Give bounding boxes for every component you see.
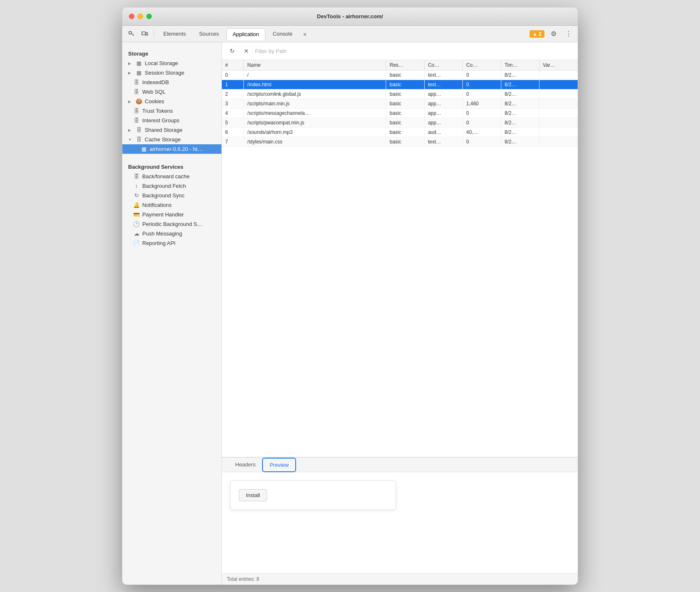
tabbar-right: ▲ 2 ⚙ ⋮	[530, 28, 574, 40]
expand-arrow-local-storage: ▶	[128, 61, 133, 66]
cell-value	[540, 99, 578, 109]
sidebar-item-local-storage[interactable]: ▶ ▦ Local Storage	[122, 58, 221, 68]
session-storage-label: Session Storage	[145, 70, 184, 76]
sidebar-item-back-forward[interactable]: 🗄 Back/forward cache	[122, 172, 221, 181]
settings-btn[interactable]: ⚙	[548, 28, 559, 40]
cell-value: 8/2…	[501, 137, 539, 147]
sidebar-item-bg-sync[interactable]: ↻ Background Sync	[122, 191, 221, 200]
more-options-btn[interactable]: ⋮	[563, 28, 574, 40]
notifications-icon: 🔔	[133, 202, 140, 208]
sidebar-item-trust-tokens[interactable]: 🗄 Trust Tokens	[122, 106, 221, 116]
table-row[interactable]: 0/basictext…08/2…	[222, 70, 578, 80]
sidebar-item-session-storage[interactable]: ▶ ▦ Session Storage	[122, 68, 221, 78]
install-button[interactable]: Install	[239, 489, 267, 501]
main-layout: Storage ▶ ▦ Local Storage ▶ ▦ Session St…	[122, 42, 578, 585]
cell-value: basic	[386, 118, 424, 128]
sidebar-item-bg-fetch[interactable]: ↕ Background Fetch	[122, 181, 221, 191]
cell-num: 2	[222, 90, 244, 99]
sidebar-item-payment-handler[interactable]: 💳 Payment Handler	[122, 210, 221, 219]
table-row[interactable]: 7/styles/main.cssbasictext…08/2…	[222, 137, 578, 147]
sidebar-item-websql[interactable]: 🗄 Web SQL	[122, 87, 221, 97]
preview-box: Install	[230, 480, 396, 510]
interest-groups-icon: 🗄	[133, 117, 140, 124]
expand-arrow-cache-storage: ▼	[128, 138, 133, 142]
sidebar-item-cookies[interactable]: ▶ 🍪 Cookies	[122, 97, 221, 106]
cell-name: /	[244, 70, 386, 80]
tab-sources[interactable]: Sources	[193, 28, 225, 39]
cell-value: basic	[386, 90, 424, 99]
cell-value: 8/2…	[501, 109, 539, 118]
table-row[interactable]: 3/scripts/main.min.jsbasicapp…1,4608/2…	[222, 99, 578, 109]
push-messaging-icon: ☁	[133, 230, 140, 237]
svg-rect-1	[142, 32, 146, 35]
refresh-btn[interactable]: ↻	[227, 46, 238, 56]
sidebar-item-airhorner-cache[interactable]: ▦ airhorner-0.6.20 - ht…	[122, 144, 221, 154]
close-button[interactable]	[129, 14, 134, 19]
tab-preview[interactable]: Preview	[262, 458, 296, 472]
devtools-window: DevTools - airhorner.com/ Elements Sourc…	[122, 7, 578, 585]
back-forward-label: Back/forward cache	[142, 173, 190, 180]
table-row[interactable]: 6/sounds/airhorn.mp3basicaud…40,…8/2…	[222, 128, 578, 137]
cell-value: 8/2…	[501, 99, 539, 109]
filter-input[interactable]	[255, 48, 573, 54]
minimize-button[interactable]	[138, 14, 143, 19]
cache-storage-icon: 🗄	[136, 136, 142, 143]
tab-application[interactable]: Application	[226, 28, 265, 40]
cell-num: 4	[222, 109, 244, 118]
table-body: 0/basictext…08/2…1/index.htmlbasictext…0…	[222, 70, 578, 147]
sidebar-item-interest-groups[interactable]: 🗄 Interest Groups	[122, 116, 221, 125]
tab-headers[interactable]: Headers	[228, 458, 262, 472]
sidebar-item-indexeddb[interactable]: 🗄 IndexedDB	[122, 78, 221, 87]
local-storage-icon: ▦	[136, 60, 142, 66]
shared-storage-label: Shared Storage	[145, 127, 182, 133]
sidebar-item-reporting-api[interactable]: 📄 Reporting API	[122, 238, 221, 248]
traffic-lights	[129, 14, 152, 19]
cell-value: 8/2…	[501, 118, 539, 128]
table-row[interactable]: 4/scripts/messagechannela…basicapp…08/2…	[222, 109, 578, 118]
bottom-panel: Headers Preview Install	[222, 457, 578, 573]
col-res: Res…	[386, 60, 424, 70]
reporting-api-label: Reporting API	[142, 240, 175, 246]
cell-name: /sounds/airhorn.mp3	[244, 128, 386, 137]
local-storage-label: Local Storage	[145, 60, 178, 66]
device-toggle-btn[interactable]	[139, 28, 151, 40]
table-row[interactable]: 1/index.htmlbasictext…08/2…	[222, 80, 578, 90]
warning-badge[interactable]: ▲ 2	[530, 30, 544, 38]
col-name: Name	[244, 60, 386, 70]
sidebar-item-cache-storage[interactable]: ▼ 🗄 Cache Storage	[122, 135, 221, 144]
sidebar-item-push-messaging[interactable]: ☁ Push Messaging	[122, 229, 221, 238]
cell-value: 8/2…	[501, 80, 539, 90]
periodic-bg-label: Periodic Background S…	[142, 221, 202, 227]
table-row[interactable]: 2/scripts/comlink.global.jsbasicapp…08/2…	[222, 90, 578, 99]
more-tabs-btn[interactable]: »	[300, 29, 310, 39]
cell-value: basic	[386, 137, 424, 147]
inspector-icon-btn[interactable]	[126, 28, 137, 40]
cell-value: text…	[424, 137, 462, 147]
session-storage-icon: ▦	[136, 70, 142, 76]
tab-console[interactable]: Console	[267, 28, 299, 39]
table-row[interactable]: 5/scripts/pwacompat.min.jsbasicapp…08/2…	[222, 118, 578, 128]
cell-name: /scripts/comlink.global.js	[244, 90, 386, 99]
cell-value: text…	[424, 80, 462, 90]
content-area: ↻ ✕ # Name Res… Co… Co…	[222, 42, 578, 585]
cell-value: app…	[424, 109, 462, 118]
maximize-button[interactable]	[146, 14, 152, 19]
panel-tabs: Headers Preview	[222, 458, 578, 472]
bg-sync-icon: ↻	[133, 192, 140, 199]
periodic-bg-icon: 🕐	[133, 221, 140, 227]
cell-value: 0	[463, 80, 501, 90]
sidebar-item-shared-storage[interactable]: ▶ 🗄 Shared Storage	[122, 125, 221, 135]
cell-num: 3	[222, 99, 244, 109]
sidebar-item-periodic-bg[interactable]: 🕐 Periodic Background S…	[122, 219, 221, 229]
bg-services-label: Background Services	[122, 160, 221, 172]
trust-tokens-icon: 🗄	[133, 108, 140, 114]
sidebar-item-notifications[interactable]: 🔔 Notifications	[122, 200, 221, 210]
cell-value: 0	[463, 90, 501, 99]
reporting-api-icon: 📄	[133, 240, 140, 246]
cell-value	[540, 128, 578, 137]
tab-elements[interactable]: Elements	[158, 28, 192, 39]
clear-filter-btn[interactable]: ✕	[241, 46, 252, 56]
clear-icon: ✕	[244, 48, 249, 54]
cell-value: basic	[386, 109, 424, 118]
indexeddb-label: IndexedDB	[142, 79, 169, 85]
